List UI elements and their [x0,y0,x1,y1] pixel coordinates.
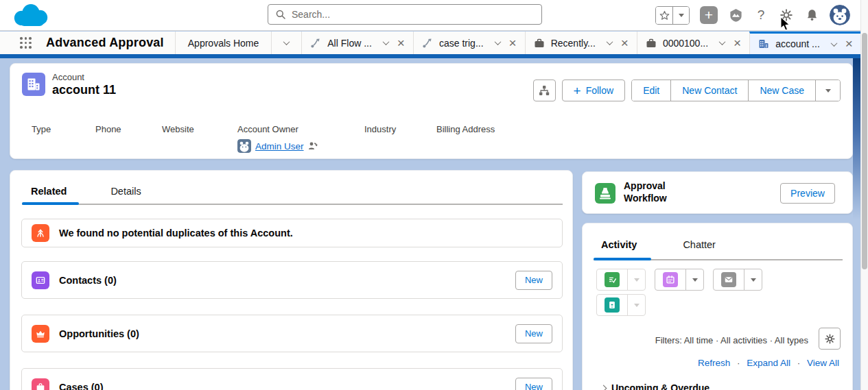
duplicates-card: We found no potential duplicates of this… [21,219,563,247]
tab-dropdown-icon[interactable] [719,38,726,45]
app-name: Advanced Approval [46,36,164,50]
tab-label: Recently... [551,38,596,49]
new-case-button[interactable]: New Case [748,80,815,101]
new-case-list-button[interactable]: New [515,378,552,390]
tab-activity[interactable]: Activity [601,239,637,250]
account-icon [758,38,769,49]
new-contact-button[interactable]: New Contact [670,80,748,101]
tab-case-trigger[interactable]: case trig... [413,32,525,54]
tab-approvals-home[interactable]: Approvals Home [175,32,272,54]
hierarchy-icon [539,85,550,96]
activity-filters-gear-icon[interactable] [819,328,841,350]
setup-gear-icon[interactable] [779,6,794,24]
tab-close-icon[interactable] [397,36,405,50]
view-all-link[interactable]: View All [807,358,839,368]
separator-dot: · [797,358,800,368]
tabs-divider [22,204,563,205]
preview-button[interactable]: Preview [780,183,835,204]
guidance-center-icon[interactable] [728,6,743,24]
activity-composer-row-2 [596,294,646,316]
related-list-contacts[interactable]: Contacts (0) New [21,261,563,299]
record-title: account 11 [52,83,116,97]
tab-dropdown-icon[interactable] [382,38,389,45]
tab-dropdown-icon[interactable] [830,40,837,47]
change-owner-icon[interactable] [308,141,318,151]
tab-dropdown-icon[interactable] [606,38,613,45]
upcoming-overdue-section[interactable]: Upcoming & Overdue [601,382,709,390]
global-search-box[interactable]: Search... [268,4,542,25]
call-phone-icon [605,297,620,313]
call-dropdown-icon[interactable] [627,295,645,315]
tab-account-active[interactable]: account ... [749,32,862,54]
new-contact-list-button[interactable]: New [515,271,552,290]
tab-recently-viewed[interactable]: Recently... [525,32,637,54]
email-group [713,269,762,291]
tab-all-flow[interactable]: All Flow ... [301,32,413,54]
tab-close-icon[interactable] [621,36,629,50]
brand-band [0,54,868,58]
field-value-type [32,139,95,153]
user-avatar[interactable] [830,5,850,25]
salesforce-console: Search... [0,0,868,390]
favorites-dropdown-icon[interactable] [672,7,689,24]
field-label-owner: Account Owner [237,124,364,134]
scrollbar-thumb[interactable] [862,33,867,269]
activity-composer-row-1 [596,269,762,291]
event-dropdown-icon[interactable] [685,269,703,290]
log-call-group [596,294,646,316]
hierarchy-icon-button[interactable] [533,80,556,101]
task-dropdown-icon[interactable] [627,269,645,290]
owner-avatar [237,139,251,153]
tab-approvals-home-label: Approvals Home [188,38,259,49]
tab-chatter[interactable]: Chatter [683,239,716,250]
event-calendar-icon [663,272,678,287]
field-value-billing [436,139,546,153]
related-list-cases[interactable]: Cases (0) New [21,368,563,390]
tab-label: All Flow ... [327,38,372,49]
tab-close-icon[interactable] [734,36,741,50]
search-placeholder: Search... [292,9,330,20]
tab-dropdown-icon[interactable] [494,38,501,45]
expand-all-link[interactable]: Expand All [747,358,790,368]
flow-icon [310,38,321,49]
contact-icon [32,271,49,289]
active-tab-indicator [594,258,651,260]
tab-label: account ... [775,38,820,49]
background-gradient-strip [853,58,860,219]
notifications-bell-icon[interactable] [804,6,819,24]
quick-create-plus-icon[interactable] [700,6,718,24]
owner-link[interactable]: Admin User [255,141,304,151]
tab-close-icon[interactable] [509,36,517,50]
tab-label: 0000100... [663,38,708,49]
record-actions: Follow Edit New Contact New Case [533,80,841,101]
help-icon[interactable] [753,6,769,24]
vertical-scrollbar[interactable] [860,0,868,390]
new-task-group [596,269,646,291]
follow-button[interactable]: Follow [562,80,626,101]
refresh-link[interactable]: Refresh [698,358,730,368]
related-list-title: Cases (0) [59,382,103,390]
record-action-group: Edit New Contact New Case [631,80,841,101]
new-task-button[interactable] [597,269,627,290]
app-launcher-waffle-icon[interactable] [20,37,32,49]
tab-related[interactable]: Related [31,186,67,197]
case-icon [534,38,545,49]
edit-button[interactable]: Edit [632,80,670,101]
log-call-button[interactable] [597,295,627,315]
tab-case-number[interactable]: 0000100... [637,32,749,54]
record-highlights-card: Account account 11 Follow Edit New Conta… [10,63,853,159]
opportunity-crown-icon [32,325,49,343]
email-button[interactable] [714,269,744,290]
more-actions-dropdown-icon[interactable] [815,80,840,101]
new-opportunity-list-button[interactable]: New [515,324,552,343]
home-tab-dropdown-icon[interactable] [271,32,301,54]
favorites-group [655,6,690,25]
case-icon [646,38,657,49]
tab-close-icon[interactable] [845,37,853,51]
email-dropdown-icon[interactable] [744,269,762,290]
new-event-button[interactable] [655,269,685,290]
related-list-opportunities[interactable]: Opportunities (0) New [21,315,563,352]
salesforce-logo [11,2,51,29]
favorites-star-icon[interactable] [656,7,672,24]
tab-details[interactable]: Details [110,186,141,197]
